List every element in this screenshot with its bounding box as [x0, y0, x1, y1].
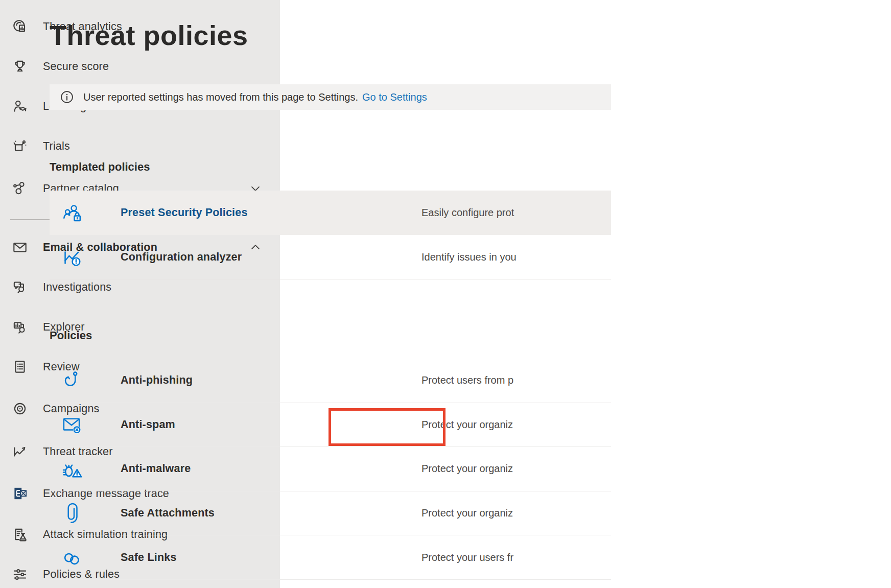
safe-attachments-icon [61, 503, 82, 524]
threat-tracker-icon [11, 443, 29, 460]
policy-row-configuration-analyzer[interactable]: Configuration analyzerIdentify issues in… [50, 235, 611, 279]
campaigns-icon [11, 400, 29, 417]
sidebar-item-label: Trials [43, 140, 70, 153]
templated-policies-list: Preset Security PoliciesEasily configure… [50, 191, 611, 279]
attack-simulation-training-icon [11, 526, 29, 543]
info-banner: User reported settings has moved from th… [50, 84, 611, 110]
policy-row-label[interactable]: Anti-phishing [121, 374, 193, 387]
policy-row-description: Protect users from p [421, 374, 611, 386]
preset-security-icon [61, 202, 82, 224]
policy-row-label[interactable]: Configuration analyzer [121, 251, 242, 264]
email-collaboration-icon [11, 239, 29, 256]
explorer-icon [11, 318, 29, 336]
info-icon [60, 90, 74, 104]
policy-row-description: Protect your organiz [421, 419, 611, 431]
policies-rules-icon [11, 566, 29, 583]
review-icon [11, 358, 29, 375]
investigations-icon [11, 278, 29, 296]
banner-message: User reported settings has moved from th… [83, 91, 358, 103]
go-to-settings-link[interactable]: Go to Settings [362, 91, 427, 103]
sidebar-item-secure-score[interactable]: Secure score [0, 48, 280, 85]
section-heading-templated-policies: Templated policies [50, 160, 150, 174]
policy-row-description: Easily configure prot [421, 207, 611, 219]
policy-row-anti-malware[interactable]: Anti-malwareProtect your organiz [50, 447, 611, 491]
anti-phishing-icon [61, 370, 82, 391]
policy-row-description: Protect your users fr [421, 552, 611, 563]
policy-row-anti-phishing[interactable]: Anti-phishingProtect users from p [50, 359, 611, 403]
sidebar-item-explorer[interactable]: Explorer [0, 309, 280, 345]
policy-row-label[interactable]: Safe Links [121, 551, 177, 564]
configuration-analyzer-icon [61, 246, 82, 268]
secure-score-icon [11, 58, 29, 75]
policy-row-label[interactable]: Safe Attachments [121, 507, 215, 520]
section-heading-policies: Policies [50, 329, 92, 342]
policy-row-description: Protect your organiz [421, 507, 611, 519]
policy-row-label[interactable]: Preset Security Policies [121, 206, 248, 219]
policy-row-safe-links[interactable]: Safe LinksProtect your users fr [50, 535, 611, 580]
learning-hub-icon [11, 98, 29, 115]
policy-row-safe-attachments[interactable]: Safe AttachmentsProtect your organiz [50, 491, 611, 536]
sidebar-item-trials[interactable]: Trials [0, 128, 280, 164]
sidebar-item-label: Investigations [43, 281, 111, 294]
exchange-message-trace-icon [11, 485, 29, 502]
policy-row-description: Protect your organiz [421, 463, 611, 475]
trials-icon [11, 137, 29, 155]
anti-malware-icon [61, 458, 82, 480]
policy-row-label[interactable]: Anti-spam [121, 418, 175, 431]
policy-row-preset-security-policies[interactable]: Preset Security PoliciesEasily configure… [50, 191, 611, 235]
threat-analytics-icon [11, 18, 29, 35]
safe-links-icon [61, 547, 82, 568]
policy-row-anti-spam[interactable]: Anti-spamProtect your organiz [50, 403, 611, 448]
sidebar-item-label: Secure score [43, 60, 109, 73]
anti-spam-icon [61, 414, 82, 435]
policy-row-description: Identify issues in you [421, 251, 611, 263]
partner-catalog-icon [11, 180, 29, 197]
policies-list: Anti-phishingProtect users from pAnti-sp… [50, 359, 611, 580]
policy-row-label[interactable]: Anti-malware [121, 462, 191, 475]
page-title: Threat policies [50, 19, 248, 51]
